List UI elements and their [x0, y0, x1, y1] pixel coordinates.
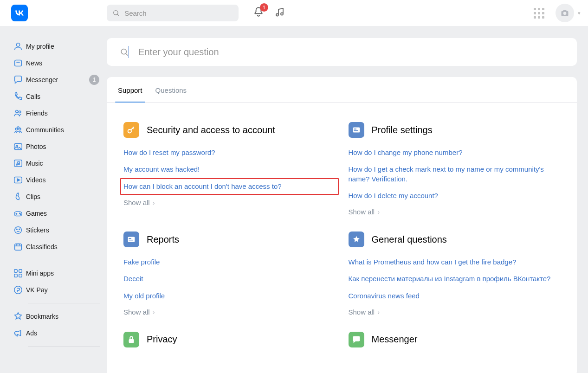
section-icon [123, 122, 139, 138]
chevron-right-icon: › [153, 199, 155, 206]
svg-point-26 [19, 229, 20, 230]
svg-rect-29 [14, 270, 17, 272]
sidebar-item-bookmarks[interactable]: Bookmarks [11, 308, 104, 325]
camera-icon [560, 8, 569, 18]
show-all-link[interactable]: Show all› [123, 199, 336, 206]
help-link[interactable]: Deceit [123, 274, 336, 283]
search-icon [112, 9, 120, 17]
star-icon [351, 234, 362, 244]
svg-point-36 [128, 129, 131, 133]
sidebar-label: Bookmarks [26, 313, 99, 320]
sidebar-label: Games [26, 210, 99, 217]
section-security-and-access-to-account: Security and access to accountHow do I r… [123, 122, 336, 216]
apps-grid-button[interactable] [534, 8, 544, 19]
notif-badge: 1 [260, 3, 268, 12]
chevron-right-icon: › [377, 208, 380, 216]
header: 1 ▾ [0, 0, 588, 26]
svg-point-24 [15, 227, 22, 234]
vk-icon [14, 8, 25, 18]
svg-rect-41 [129, 238, 132, 239]
sidebar-label: Classifieds [26, 243, 99, 251]
help-link[interactable]: My account was hacked! [123, 165, 336, 174]
pay-icon [13, 285, 23, 295]
sidebar-item-communities[interactable]: Communities [11, 122, 104, 138]
ads-icon [13, 328, 23, 338]
chevron-right-icon: › [377, 308, 380, 316]
svg-point-12 [17, 127, 19, 129]
section-title: Messenger [372, 334, 418, 345]
help-link[interactable]: Coronavirus news feed [349, 291, 561, 301]
phone-icon [13, 91, 23, 102]
header-search[interactable] [107, 5, 239, 21]
help-link[interactable]: My old profile [123, 291, 336, 301]
help-link[interactable]: How can I block an account I don't have … [123, 182, 282, 190]
section-reports: ReportsFake profileDeceitMy old profileS… [123, 232, 336, 316]
show-all-link[interactable]: Show all› [349, 308, 561, 316]
help-link[interactable]: Как перенести материалы из Instagram в п… [349, 274, 561, 283]
sidebar-item-classifieds[interactable]: Classifieds [11, 238, 104, 255]
svg-line-1 [117, 14, 119, 16]
sidebar-item-videos[interactable]: Videos [11, 172, 104, 188]
show-all-link[interactable]: Show all› [349, 208, 561, 216]
sidebar-label: Calls [26, 93, 99, 100]
section-profile-settings: Profile settingsHow do I change my phone… [349, 122, 561, 216]
help-link[interactable]: How do I change my phone number? [349, 148, 561, 157]
sidebar-label: Communities [26, 126, 99, 134]
svg-point-17 [18, 163, 19, 165]
header-search-input[interactable] [124, 9, 233, 17]
sidebar-item-games[interactable]: Games [11, 205, 104, 222]
photo-icon [13, 141, 23, 152]
sidebar-label: Messenger [26, 76, 89, 84]
tab-questions[interactable]: Questions [155, 77, 187, 102]
vk-logo[interactable] [11, 5, 28, 21]
section-messenger: Messenger [349, 332, 561, 358]
tab-support[interactable]: Support [118, 77, 142, 102]
search-icon [120, 47, 129, 57]
sidebar-item-vk-pay[interactable]: VK Pay [11, 282, 104, 298]
section-title: Reports [147, 234, 179, 245]
section-title: Profile settings [372, 125, 433, 135]
sidebar-item-clips[interactable]: Clips [11, 188, 104, 205]
sidebar-item-music[interactable]: Music [11, 155, 104, 172]
dialog-icon [351, 334, 362, 345]
section-icon [349, 232, 364, 247]
clips-icon [13, 192, 23, 202]
sidebar-item-stickers[interactable]: Stickers [11, 222, 104, 238]
help-link[interactable]: Fake profile [123, 257, 336, 267]
svg-rect-4 [563, 10, 567, 11]
sidebar-item-my-profile[interactable]: My profile [11, 38, 104, 55]
sidebar-label: Videos [26, 176, 99, 184]
profile-menu[interactable]: ▾ [556, 4, 581, 22]
sidebar-item-photos[interactable]: Photos [11, 138, 104, 155]
sidebar-item-messenger[interactable]: Messenger1 [11, 71, 104, 88]
music-button[interactable] [275, 6, 286, 19]
question-input[interactable] [138, 47, 564, 58]
help-link[interactable]: How do I get a check mark next to my nam… [349, 165, 561, 184]
help-link[interactable]: How do I reset my password? [123, 148, 336, 157]
help-link[interactable]: What is Prometheus and how can I get the… [349, 257, 561, 267]
sidebar-item-friends[interactable]: Friends [11, 105, 104, 122]
chevron-right-icon: › [153, 308, 155, 316]
section-title: General questions [372, 234, 447, 245]
sidebar-item-mini-apps[interactable]: Mini apps [11, 265, 104, 282]
sidebar-label: My profile [26, 43, 99, 50]
sidebar-item-news[interactable]: News [11, 55, 104, 71]
sidebar-label: Ads [26, 329, 99, 337]
key-icon [126, 125, 136, 135]
tabs: SupportQuestions [107, 77, 577, 103]
svg-point-33 [14, 286, 22, 294]
sidebar-item-ads[interactable]: Ads [11, 325, 104, 341]
svg-rect-42 [129, 240, 133, 240]
notifications-button[interactable]: 1 [252, 6, 265, 20]
show-all-link[interactable]: Show all› [123, 308, 336, 316]
sidebar-item-calls[interactable]: Calls [11, 88, 104, 105]
help-link[interactable]: How do I delete my account? [349, 191, 561, 200]
section-icon [349, 122, 364, 138]
support-sections: Security and access to accountHow do I r… [107, 103, 577, 373]
question-search[interactable] [107, 38, 577, 66]
section-privacy: Privacy [123, 332, 336, 358]
svg-point-8 [16, 110, 19, 113]
section-general-questions: General questionsWhat is Prometheus and … [349, 232, 561, 316]
sidebar-label: Photos [26, 143, 99, 150]
music-note-icon [275, 6, 286, 18]
